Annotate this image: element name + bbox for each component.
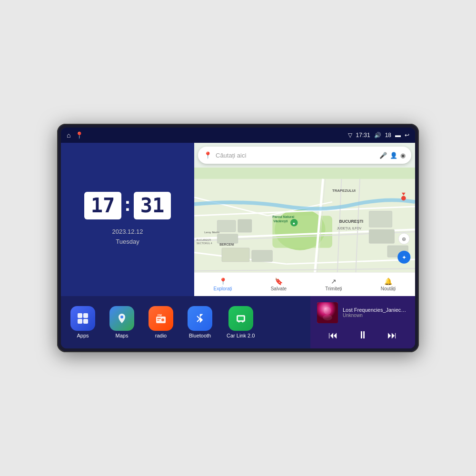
svg-text:FM: FM xyxy=(158,314,162,317)
svg-text:Leroy Merlin: Leroy Merlin xyxy=(204,231,219,234)
main-content: 17 : 31 2023.12.12 Tuesday 📍 Căutați aic… xyxy=(61,143,415,348)
back-icon[interactable]: ↩ xyxy=(405,132,409,139)
svg-text:BERCENI: BERCENI xyxy=(219,243,234,246)
apps-grid-icon xyxy=(76,312,89,325)
music-artist: Unknown xyxy=(343,313,408,318)
svg-text:✦: ✦ xyxy=(402,254,407,260)
map-nav-explore[interactable]: 📍 Explorați xyxy=(214,278,232,291)
app-item-radio[interactable]: FM radio xyxy=(149,306,173,338)
status-time: 17:31 xyxy=(356,132,370,139)
bluetooth-label: Bluetooth xyxy=(189,333,211,338)
map-nav-share[interactable]: ↗ Trimiteți xyxy=(325,278,342,291)
clock-hours: 17 xyxy=(84,192,122,219)
clock-colon: : xyxy=(124,194,130,215)
svg-rect-17 xyxy=(217,234,238,243)
music-player: Lost Frequencies_Janieck Devy-... Unknow… xyxy=(310,296,415,348)
svg-rect-18 xyxy=(369,211,392,228)
maps-icon-svg xyxy=(115,312,129,325)
map-nav-saved[interactable]: 🔖 Salvate xyxy=(271,278,287,291)
music-info: Lost Frequencies_Janieck Devy-... Unknow… xyxy=(343,307,408,318)
clock-minutes: 31 xyxy=(134,192,171,219)
svg-text:Parcul Natural: Parcul Natural xyxy=(272,215,294,218)
music-thumbnail xyxy=(317,302,338,323)
svg-rect-44 xyxy=(83,319,88,324)
map-nav-explore-label: Explorați xyxy=(214,286,232,291)
map-search-bar[interactable]: 📍 Căutați aici 🎤 👤 ◉ xyxy=(198,147,411,164)
map-area[interactable]: 📍 Căutați aici 🎤 👤 ◉ xyxy=(194,143,415,296)
maps-status-icon[interactable]: 📍 xyxy=(75,131,83,139)
map-search-input[interactable]: Căutați aici xyxy=(216,152,376,159)
map-nav-news[interactable]: 🔔 Noutăți xyxy=(381,278,396,291)
explore-icon: 📍 xyxy=(219,278,227,285)
share-icon: ↗ xyxy=(331,278,337,285)
top-row: 17 : 31 2023.12.12 Tuesday 📍 Căutați aic… xyxy=(61,143,415,296)
map-nav-share-label: Trimiteți xyxy=(325,286,342,291)
music-title: Lost Frequencies_Janieck Devy-... xyxy=(343,307,408,313)
radio-icon-svg: FM xyxy=(154,312,168,325)
status-bar: ⌂ 📍 ▽ 17:31 🔊 18 ▬ ↩ xyxy=(61,128,415,143)
play-pause-button[interactable]: ⏸ xyxy=(357,329,368,341)
svg-point-53 xyxy=(238,321,239,323)
battery-icon: ▬ xyxy=(395,132,401,139)
svg-rect-41 xyxy=(78,313,82,318)
battery-level: 18 xyxy=(385,132,391,139)
music-art xyxy=(317,302,338,323)
layers-icon[interactable]: ◉ xyxy=(400,152,406,159)
svg-rect-42 xyxy=(83,313,88,318)
mic-icon[interactable]: 🎤 xyxy=(379,152,387,159)
app-item-maps[interactable]: Maps xyxy=(109,306,134,338)
maps-icon xyxy=(109,306,134,331)
svg-point-57 xyxy=(323,315,332,320)
avatar-icon[interactable]: 👤 xyxy=(390,152,397,159)
app-item-bluetooth[interactable]: Bluetooth xyxy=(188,306,212,338)
map-pin-icon: 📍 xyxy=(204,151,212,159)
status-right-info: ▽ 17:31 🔊 18 ▬ ↩ xyxy=(348,132,409,139)
prev-button[interactable]: ⏮ xyxy=(325,328,342,343)
svg-text:TRAPEZULUI: TRAPEZULUI xyxy=(332,188,356,193)
carlink-label: Car Link 2.0 xyxy=(227,333,255,338)
volume-icon: 🔊 xyxy=(374,132,381,139)
apps-icon xyxy=(70,306,95,331)
map-bottom-nav: 📍 Explorați 🔖 Salvate ↗ Trimiteți 🔔 xyxy=(194,272,415,296)
clock-widget: 17 : 31 2023.12.12 Tuesday xyxy=(61,143,194,296)
svg-rect-15 xyxy=(217,220,236,232)
carlink-icon-svg xyxy=(234,312,248,325)
device-screen: ⌂ 📍 ▽ 17:31 🔊 18 ▬ ↩ 17 : xyxy=(61,128,415,348)
apps-grid: Apps Maps xyxy=(61,296,310,348)
news-icon: 🔔 xyxy=(384,278,392,285)
next-button[interactable]: ⏭ xyxy=(384,328,401,343)
music-controls: ⏮ ⏸ ⏭ xyxy=(317,328,408,343)
svg-rect-16 xyxy=(238,219,252,232)
svg-rect-19 xyxy=(369,229,394,243)
clock-display: 17 : 31 xyxy=(84,192,171,219)
svg-rect-22 xyxy=(252,250,273,262)
status-left-icons: ⌂ 📍 xyxy=(67,131,83,139)
svg-text:BUCUREȘTI: BUCUREȘTI xyxy=(197,238,211,241)
svg-point-54 xyxy=(242,321,243,323)
svg-point-47 xyxy=(161,318,164,321)
bottom-row: Apps Maps xyxy=(61,296,415,348)
clock-date: 2023.12.12 Tuesday xyxy=(112,227,143,247)
home-icon[interactable]: ⌂ xyxy=(67,131,70,139)
saved-icon: 🔖 xyxy=(275,278,283,285)
apps-label: Apps xyxy=(77,333,89,338)
map-nav-saved-label: Salvate xyxy=(271,286,287,291)
svg-text:Văcărești: Văcărești xyxy=(273,219,288,223)
map-search-right-icons: 🎤 👤 ◉ xyxy=(379,152,406,159)
car-head-unit: ⌂ 📍 ▽ 17:31 🔊 18 ▬ ↩ 17 : xyxy=(57,124,419,352)
map-nav-news-label: Noutăți xyxy=(381,286,396,291)
svg-rect-49 xyxy=(157,320,159,321)
app-item-apps[interactable]: Apps xyxy=(70,306,95,338)
svg-rect-52 xyxy=(238,317,244,320)
svg-text:●: ● xyxy=(293,221,295,226)
music-top: Lost Frequencies_Janieck Devy-... Unknow… xyxy=(317,302,408,323)
svg-point-56 xyxy=(324,307,331,315)
svg-rect-43 xyxy=(78,319,82,324)
maps-label: Maps xyxy=(116,333,129,338)
svg-rect-21 xyxy=(222,248,249,262)
svg-rect-48 xyxy=(157,318,161,319)
app-item-carlink[interactable]: Car Link 2.0 xyxy=(227,306,255,338)
svg-text:SECTORUL 4: SECTORUL 4 xyxy=(197,242,212,245)
radio-icon: FM xyxy=(149,306,173,331)
signal-icon: ▽ xyxy=(348,132,352,139)
